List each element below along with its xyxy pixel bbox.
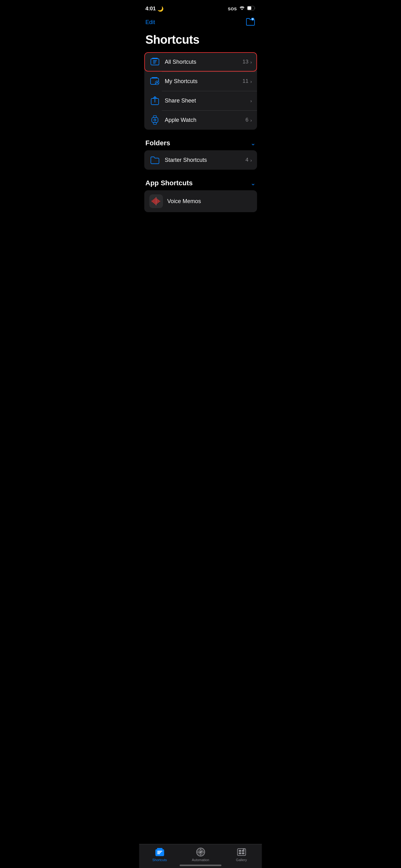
edit-button[interactable]: Edit [145, 19, 155, 26]
add-folder-button[interactable] [245, 17, 256, 28]
starter-shortcuts-chevron: › [250, 157, 252, 163]
svg-rect-24 [158, 200, 159, 203]
main-shortcuts-list: All Shortcuts 13 › My Shortcuts 11 › [144, 52, 257, 130]
folders-section-header: Folders ⌄ [139, 133, 262, 150]
svg-rect-21 [154, 198, 155, 204]
svg-rect-7 [153, 63, 156, 63]
svg-rect-5 [153, 60, 157, 61]
svg-rect-19 [152, 200, 153, 202]
wifi-icon [239, 6, 245, 11]
top-nav: Edit [139, 16, 262, 31]
sos-indicator: SOS [228, 6, 237, 11]
app-shortcuts-title: App Shortcuts [145, 179, 193, 187]
share-sheet-chevron: › [250, 98, 252, 103]
apple-watch-item[interactable]: Apple Watch 6 › [144, 110, 257, 130]
folders-title: Folders [145, 139, 170, 147]
starter-shortcuts-count: 4 [245, 157, 248, 163]
all-shortcuts-chevron: › [250, 59, 252, 65]
share-sheet-item[interactable]: Share Sheet › [144, 91, 257, 110]
status-bar: 4:01 🌙 SOS [139, 0, 262, 16]
my-shortcuts-label: My Shortcuts [165, 78, 243, 85]
svg-rect-1 [247, 6, 251, 10]
apple-watch-icon [149, 114, 161, 126]
status-icons: SOS [228, 6, 256, 11]
all-shortcuts-icon [149, 56, 161, 67]
apple-watch-label: Apple Watch [165, 117, 246, 123]
voice-memos-item[interactable]: Voice Memos [144, 190, 257, 212]
all-shortcuts-item[interactable]: All Shortcuts 13 › [144, 52, 257, 71]
voice-memos-app-icon [149, 194, 163, 208]
folders-collapse-button[interactable]: ⌄ [250, 140, 256, 147]
apple-watch-chevron: › [250, 118, 252, 123]
app-shortcuts-collapse-button[interactable]: ⌄ [250, 179, 256, 187]
app-shortcuts-list: Voice Memos [144, 190, 257, 212]
share-sheet-label: Share Sheet [165, 97, 248, 104]
svg-rect-4 [152, 58, 158, 59]
my-shortcuts-item[interactable]: My Shortcuts 11 › [144, 71, 257, 91]
svg-rect-9 [152, 77, 157, 78]
svg-rect-25 [159, 200, 160, 202]
starter-shortcuts-icon [149, 154, 161, 165]
apple-watch-count: 6 [245, 117, 248, 123]
my-shortcuts-chevron: › [250, 79, 252, 84]
page-title: Shortcuts [139, 31, 262, 52]
starter-shortcuts-label: Starter Shortcuts [165, 157, 246, 163]
all-shortcuts-count: 13 [243, 59, 248, 65]
my-shortcuts-count: 11 [243, 78, 248, 84]
status-time: 4:01 [145, 6, 156, 12]
svg-rect-23 [157, 199, 158, 204]
moon-icon: 🌙 [157, 6, 164, 12]
share-sheet-icon [149, 95, 161, 106]
all-shortcuts-label: All Shortcuts [165, 59, 243, 65]
my-shortcuts-icon [149, 75, 161, 87]
app-shortcuts-section-header: App Shortcuts ⌄ [139, 174, 262, 190]
svg-rect-20 [153, 199, 154, 203]
svg-rect-6 [153, 62, 156, 62]
folders-list: Starter Shortcuts 4 › [144, 150, 257, 170]
battery-icon [247, 6, 256, 11]
voice-memos-label: Voice Memos [167, 198, 252, 205]
starter-shortcuts-item[interactable]: Starter Shortcuts 4 › [144, 150, 257, 170]
